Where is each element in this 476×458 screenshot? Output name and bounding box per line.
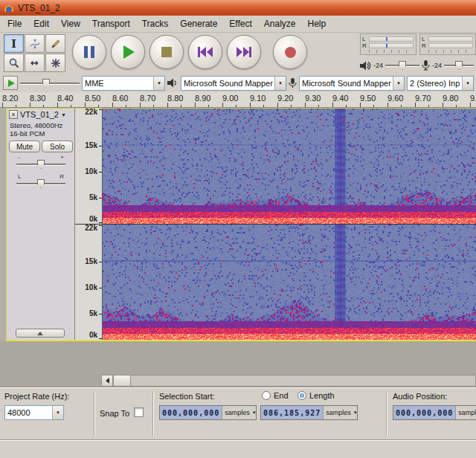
radio-circle-icon[interactable] [262,391,271,400]
selection-length-value[interactable]: 086,185,927 [261,406,323,419]
recording-meter[interactable]: L R [419,33,476,55]
timeline-tick [318,105,319,107]
track-menu-arrow-icon[interactable]: ▼ [61,112,66,117]
spectrogram-channel-2[interactable] [103,225,476,340]
selection-start-field[interactable]: 000,000,000 samples ▼ [159,405,257,420]
asterisk-icon [51,58,61,68]
pause-button[interactable] [72,35,106,69]
draw-tool-button[interactable] [45,34,65,53]
meter-right-label: R [422,43,427,49]
selection-toolbar: Project Rate (Hz): 48000 ▼ Snap To Selec… [0,387,476,439]
skip-to-start-button[interactable] [188,35,222,69]
track-collapse-button[interactable] [16,329,65,338]
timeline-ruler[interactable]: 8.208.308.408.508.608.708.808.909.009.10… [0,92,476,108]
menu-item-effect[interactable]: Effect [223,16,257,31]
chevron-down-icon[interactable]: ▼ [153,77,164,90]
input-channels-select[interactable]: 2 (Stereo) Inp ▼ [407,76,474,91]
spectrogram-view [103,109,476,340]
unit-label: samples [225,409,250,416]
record-button[interactable] [273,35,307,69]
timeline-tick [443,103,443,107]
pan-slider[interactable]: L R [16,174,65,190]
chevron-down-icon[interactable]: ▼ [274,77,286,90]
selection-length-field[interactable]: 086,185,927 samples ▼ [260,405,358,420]
transport-toolbar [72,35,307,69]
stop-button[interactable] [149,35,184,69]
audio-position-value[interactable]: 000,000,000 [393,406,455,419]
recording-meter-bar-right [428,43,473,48]
skip-to-end-button[interactable] [227,35,261,69]
slider-thumb[interactable] [42,79,50,88]
menu-item-view[interactable]: View [55,16,86,31]
audio-position-field[interactable]: 000,000,000 samples ▼ [393,405,476,420]
timeline-label: 8.60 [112,94,128,103]
play-button[interactable] [111,35,145,69]
multi-tool-button[interactable] [45,54,65,72]
play-at-speed-button[interactable] [3,76,18,90]
menu-item-generate[interactable]: Generate [174,16,223,31]
slider-thumb[interactable] [399,61,406,70]
chevron-down-icon[interactable]: ▼ [393,77,404,90]
playback-position-marker [386,37,387,41]
audio-position-unit[interactable]: samples ▼ [455,406,476,419]
envelope-tool-button[interactable] [25,34,45,53]
menu-item-tracks[interactable]: Tracks [136,16,175,31]
recording-device-select[interactable]: Microsoft Sound Mapper ▼ [299,76,405,91]
gain-slider[interactable]: - + [16,155,65,171]
selection-start-unit[interactable]: samples ▼ [222,406,257,419]
menu-item-help[interactable]: Help [302,16,332,31]
timeshift-tool-button[interactable]: ↔ [25,54,45,72]
snap-to-checkbox[interactable] [134,407,144,417]
input-volume-slider[interactable] [444,59,474,71]
slider-thumb[interactable] [455,61,463,70]
pan-left-label: L [18,174,21,180]
project-rate-select[interactable]: 48000 ▼ [4,405,64,420]
spectrogram-channel-1[interactable] [103,109,476,224]
recording-meter-bar-left [428,36,473,42]
track-title[interactable]: VTS_01_2 [20,110,59,119]
chevron-down-icon: ▼ [353,410,358,415]
audio-host-select[interactable]: MME ▼ [82,76,165,91]
mute-button[interactable]: Mute [9,141,40,152]
pan-slider-thumb[interactable] [37,179,45,188]
chevron-down-icon[interactable]: ▼ [52,406,63,419]
timeline-label: 8.70 [140,94,155,103]
audio-host-value: MME [83,77,153,90]
solo-button[interactable]: Solo [42,141,73,152]
selection-end-radio[interactable]: End [262,391,289,400]
title-bar[interactable]: VTS_01_2 [0,0,476,16]
chevron-down-icon[interactable]: ▼ [462,77,473,90]
scroll-left-arrow-icon [106,378,109,384]
radio-circle-selected-icon[interactable] [298,391,306,400]
frequency-ruler-ch1[interactable]: 22k15k10k5k0k [75,109,102,224]
output-volume-slider[interactable] [385,59,419,71]
timeline-tick [181,105,181,107]
timeline-tick [98,105,99,107]
scroll-left-button[interactable] [102,375,113,386]
playback-device-select[interactable]: Microsoft Sound Mapper ▼ [181,76,286,91]
track-close-button[interactable]: × [9,110,18,119]
horizontal-scrollbar[interactable] [101,375,476,387]
selection-length-unit[interactable]: samples ▼ [323,406,358,419]
playback-meter[interactable]: L R [360,33,416,55]
timeline-tick [43,105,44,107]
selection-start-value[interactable]: 000,000,000 [160,406,222,419]
timeline-tick [470,103,471,107]
playback-speed-slider[interactable] [20,77,80,89]
selection-length-radio[interactable]: Length [298,391,335,400]
selection-tool-button[interactable]: I [4,34,24,53]
frequency-tick [99,198,102,199]
zoom-tool-button[interactable] [4,54,24,72]
frequency-tick [99,146,102,146]
i-beam-icon: I [11,38,16,50]
speaker-icon [167,78,178,88]
menu-item-analyze[interactable]: Analyze [258,16,302,31]
audio-position-label: Audio Position: [393,392,447,401]
gain-slider-thumb[interactable] [37,160,45,169]
frequency-ruler-ch2[interactable]: 22k15k10k5k0k [75,225,102,340]
menu-item-edit[interactable]: Edit [28,16,55,31]
audacity-logo-icon [4,3,14,13]
menu-item-file[interactable]: File [1,16,28,31]
menu-item-transport[interactable]: Transport [86,16,136,31]
scrollbar-thumb[interactable] [113,375,131,386]
